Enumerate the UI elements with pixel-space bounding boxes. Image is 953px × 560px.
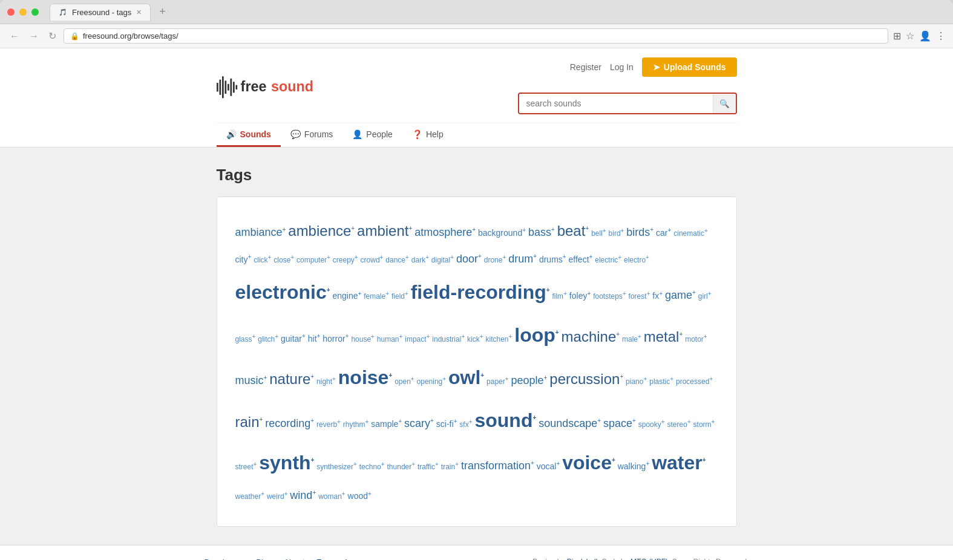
tag-wood[interactable]: wood	[348, 491, 372, 501]
tab-close-button[interactable]: ✕	[136, 8, 142, 16]
tag-impact[interactable]: impact	[405, 335, 430, 343]
tag-motor[interactable]: motor	[685, 335, 707, 343]
tag-open[interactable]: open	[395, 377, 414, 386]
tag-fx[interactable]: fx	[652, 291, 663, 301]
tag-game[interactable]: game	[665, 289, 696, 301]
tag-opening[interactable]: opening	[417, 377, 447, 386]
tag-forest[interactable]: forest	[629, 292, 650, 301]
tag-traffic[interactable]: traffic	[418, 463, 439, 471]
tag-computer[interactable]: computer	[296, 256, 330, 264]
tag-male[interactable]: male	[622, 335, 641, 343]
tag-glass[interactable]: glass	[235, 335, 256, 343]
tag-weird[interactable]: weird	[267, 492, 288, 501]
minimize-dot[interactable]	[19, 8, 27, 16]
login-link[interactable]: Log In	[610, 62, 634, 72]
footer-about[interactable]: About	[284, 558, 304, 560]
tag-ambience[interactable]: ambience	[288, 223, 355, 239]
tag-house[interactable]: house	[351, 335, 375, 343]
tag-space[interactable]: space	[603, 417, 636, 429]
tag-birds[interactable]: birds	[626, 226, 653, 238]
tag-foley[interactable]: foley	[569, 291, 591, 301]
maximize-dot[interactable]	[31, 8, 39, 16]
tag-dark[interactable]: dark	[411, 256, 429, 264]
new-tab-button[interactable]: +	[159, 5, 166, 18]
tag-bell[interactable]: bell	[591, 229, 606, 238]
profile-icon[interactable]: 👤	[919, 30, 931, 42]
tag-spooky[interactable]: spooky	[638, 420, 665, 429]
tag-electro[interactable]: electro	[624, 256, 649, 264]
tag-sound[interactable]: sound	[474, 409, 536, 431]
tag-scary[interactable]: scary	[404, 417, 434, 429]
tag-soundscape[interactable]: soundscape	[539, 417, 601, 429]
close-dot[interactable]	[7, 8, 15, 16]
nav-people[interactable]: 👤 People	[342, 123, 402, 147]
tag-electronic[interactable]: electronic	[235, 281, 330, 303]
tag-close[interactable]: close	[273, 256, 294, 264]
tag-woman[interactable]: woman	[318, 492, 346, 501]
tag-kitchen[interactable]: kitchen	[486, 335, 513, 343]
menu-icon[interactable]: ⋮	[936, 30, 946, 42]
tag-dance[interactable]: dance	[385, 256, 409, 264]
tag-city[interactable]: city	[235, 255, 252, 264]
tag-cinematic[interactable]: cinematic	[673, 229, 708, 238]
tag-horror[interactable]: horror	[323, 334, 349, 343]
register-link[interactable]: Register	[570, 62, 601, 72]
tag-industrial[interactable]: industrial	[432, 335, 465, 343]
footer-blog[interactable]: Blog	[256, 558, 272, 560]
tag-ambient[interactable]: ambient	[357, 223, 412, 239]
tag-weather[interactable]: weather	[235, 492, 265, 501]
mtg-link[interactable]: MTG (UPF)	[630, 558, 668, 560]
tag-recording[interactable]: recording	[265, 417, 314, 429]
tag-music[interactable]: music	[235, 374, 267, 386]
tag-hit[interactable]: hit	[308, 334, 321, 343]
tag-rain[interactable]: rain	[235, 414, 263, 430]
back-button[interactable]: ←	[7, 28, 22, 44]
tag-paper[interactable]: paper	[486, 377, 509, 386]
tag-film[interactable]: film	[552, 292, 567, 301]
tag-sfx[interactable]: sfx	[459, 420, 472, 429]
tag-field[interactable]: field	[391, 292, 408, 301]
tag-thunder[interactable]: thunder	[387, 463, 416, 471]
tag-atmosphere[interactable]: atmosphere	[414, 226, 476, 238]
tag-reverb[interactable]: reverb	[316, 420, 341, 429]
tag-machine[interactable]: machine	[562, 328, 620, 345]
tag-background[interactable]: background	[478, 228, 526, 238]
tag-synthesizer[interactable]: synthesizer	[316, 463, 357, 471]
tag-metal[interactable]: metal	[644, 328, 683, 345]
tag-effect[interactable]: effect	[569, 255, 593, 264]
search-button[interactable]: 🔍	[713, 94, 736, 113]
tag-door[interactable]: door	[456, 253, 482, 265]
tag-storm[interactable]: storm	[693, 420, 715, 429]
tag-people[interactable]: people	[511, 374, 548, 386]
tag-wind[interactable]: wind	[290, 489, 316, 501]
tag-guitar[interactable]: guitar	[281, 334, 306, 343]
tag-synth[interactable]: synth	[259, 452, 314, 474]
tag-processed[interactable]: processed	[676, 377, 713, 386]
tag-electric[interactable]: electric	[595, 256, 621, 264]
tag-voice[interactable]: voice	[562, 452, 615, 474]
upload-sounds-button[interactable]: ➤ Upload Sounds	[642, 57, 737, 77]
tag-vocal[interactable]: vocal	[537, 461, 560, 471]
translate-icon[interactable]: ⊞	[893, 30, 901, 42]
tag-street[interactable]: street	[235, 463, 257, 471]
bookmark-icon[interactable]: ☆	[906, 30, 914, 42]
tag-engine[interactable]: engine	[332, 291, 361, 301]
tag-transformation[interactable]: transformation	[461, 460, 534, 472]
tag-drone[interactable]: drone	[484, 256, 506, 264]
tag-night[interactable]: night	[316, 377, 336, 386]
tag-creepy[interactable]: creepy	[333, 256, 358, 264]
tag-footsteps[interactable]: footsteps	[593, 292, 626, 301]
tag-owl[interactable]: owl	[448, 366, 484, 388]
tag-bass[interactable]: bass	[528, 226, 555, 238]
tag-field-recording[interactable]: field-recording	[411, 281, 550, 303]
tag-water[interactable]: water	[652, 452, 706, 474]
forward-button[interactable]: →	[27, 28, 41, 44]
tag-nature[interactable]: nature	[269, 371, 314, 387]
tag-loop[interactable]: loop	[514, 324, 558, 346]
tag-sample[interactable]: sample	[371, 419, 402, 429]
tag-sci-fi[interactable]: sci-fi	[436, 419, 457, 429]
footer-terms[interactable]: Terms of use	[316, 558, 361, 560]
address-bar[interactable]: 🔒 freesound.org/browse/tags/	[64, 28, 888, 44]
tag-walking[interactable]: walking	[618, 461, 650, 471]
browser-tab[interactable]: 🎵 Freesound - tags ✕	[50, 4, 151, 21]
